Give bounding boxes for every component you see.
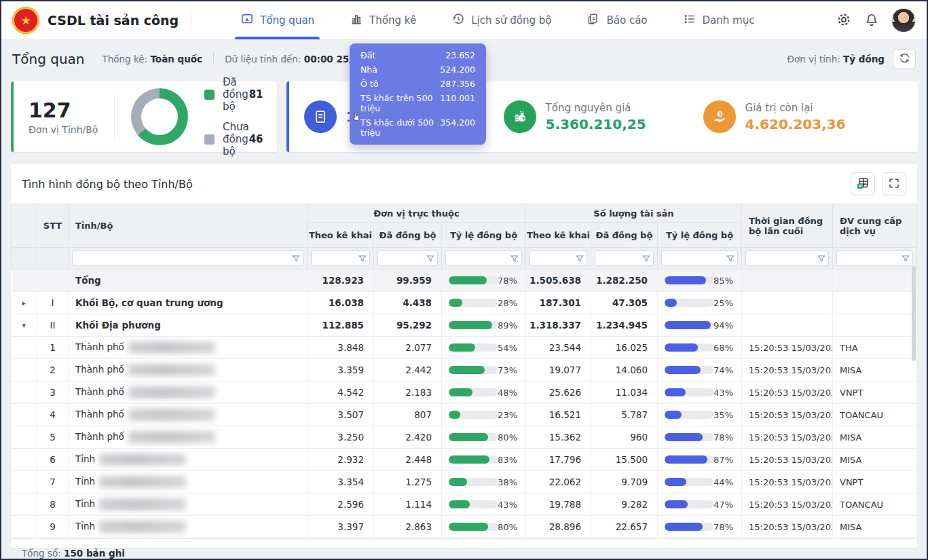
filter-funnel-icon [575,254,584,263]
row-stt: 9 [37,516,69,538]
unit-declared: 128.923 [308,269,374,292]
expand-toggle[interactable]: ▾ [12,314,37,337]
unit-rate-fill [449,299,462,307]
tab-label: Lịch sử đồng bộ [471,14,551,26]
bar-chart-icon [350,12,363,29]
fullscreen-button[interactable] [882,172,906,195]
unit-rate-bar [449,276,498,284]
filter-cell-empty [12,248,37,269]
table-title: Tình hình đồng bộ theo Tỉnh/Bộ [22,178,193,191]
masked-province-name [128,386,215,398]
original-cost-label: Tổng nguyên giá [546,102,646,114]
unit-rate-bar [449,455,498,464]
filter-input-unit-synced[interactable] [378,251,426,265]
unit-rate-label: 89% [498,320,517,331]
tab-bao-cao[interactable]: Báo cáo [587,1,647,39]
unit-rate-label: 78% [498,276,517,286]
expand-toggle[interactable]: ▸ [12,292,37,314]
asset-rate-label: 87% [713,455,733,465]
unit-declared: 3.250 [308,426,374,449]
filter-input-asset-rate[interactable] [662,251,726,265]
asset-rate-label: 43% [713,388,733,398]
filter-input-unit-declared[interactable] [312,251,358,265]
table-row: 8 Tỉnh 2.596 1.114 43% 19.788 9.282 47% … [12,493,917,516]
svg-text:X: X [859,184,862,188]
unit-rate-bar [449,500,498,508]
notifications-button[interactable] [864,12,879,29]
unit-rate-cell: 48% [442,388,525,398]
unit-rate-fill [449,276,487,284]
asset-rate-fill [665,276,706,284]
tab-label: Báo cáo [606,14,647,26]
asset-rate-fill [665,523,703,531]
unit-rate-fill [449,343,475,352]
asset-rate-label: 25% [713,298,733,308]
vertical-scrollbar[interactable] [912,266,916,361]
unit-declared: 3.848 [308,337,374,359]
row-stt: 2 [37,359,69,381]
unit-declared: 3.397 [308,516,374,538]
unit-synced: 2.448 [374,449,442,471]
tab-lich-su-dong-bo[interactable]: Lịch sử đồng bộ [451,1,551,39]
asset-synced: 5.787 [591,404,658,426]
provider: VNPT [833,381,917,404]
expand-toggle [12,493,37,516]
tooltip-row: TS khác dưới 500 triệu354.200 [350,115,486,140]
asset-rate-label: 78% [713,522,733,532]
refresh-button[interactable] [893,49,916,69]
filter-funnel-icon [358,254,367,263]
unit-rate-cell: 89% [442,320,525,331]
provider: MISA [833,516,917,538]
avatar [891,8,916,33]
legend-unsynced: Chưa đồng bộ 46 [204,121,263,157]
sync-status-table-card: Tình hình đồng bộ theo Tỉnh/Bộ X [11,164,917,548]
provider: MISA [833,426,917,449]
unit-rate-fill [449,366,485,374]
table-row: 6 Tỉnh 2.932 2.448 83% 17.796 15.500 87%… [12,449,917,471]
last-sync [742,314,833,337]
history-icon [451,12,465,29]
unit-rate-label: 43% [498,500,517,510]
asset-synced: 22.657 [591,516,658,538]
unit-rate-cell: 23% [442,410,525,420]
filter-funnel-icon [510,254,519,263]
tab-tong-quan[interactable]: Tổng quan [240,1,314,39]
legend-swatch-gray [204,134,215,145]
last-sync: 15:20:53 15/03/2024 [742,471,833,493]
unit-rate-label: 38% [498,477,517,487]
tab-label: Danh mục [703,14,755,26]
export-excel-button[interactable]: X [851,172,875,195]
residual-value-section: $ Giá trị còn lại 4.620.203,36 [703,100,903,133]
svg-text:$: $ [718,111,722,117]
settings-button[interactable] [836,12,852,30]
filter-box [595,250,654,266]
tooltip-row: TS khác trên 500 triệu110.001 [350,91,486,115]
unit-rate-bar [449,411,498,419]
unit-synced: 99.959 [374,269,442,292]
filter-input-asset-synced[interactable] [595,251,642,265]
page-title: Tổng quan [12,51,84,67]
filter-input-province[interactable] [73,251,291,265]
unit-rate-label: 73% [498,365,517,375]
unit-rate-cell: 80% [442,432,525,443]
filter-input-asset-declared[interactable] [530,251,575,265]
user-avatar[interactable] [891,8,916,33]
app-window: ★ CSDL tài sản công Tổng quan Thống kê L… [0,0,928,560]
asset-rate-cell: 35% [658,410,741,420]
row-stt: II [37,314,69,337]
tab-danh-muc[interactable]: Danh mục [683,1,755,39]
asset-synced: 1.234.945 [591,314,658,337]
top-actions [836,8,916,33]
filter-funnel-icon [901,254,910,263]
province-name: Tỉnh [75,498,95,509]
tab-thong-ke[interactable]: Thống kê [350,1,416,39]
asset-synced: 11.034 [591,381,658,404]
asset-declared: 17.796 [526,449,591,471]
unit-declared: 3.507 [308,404,374,426]
filter-input-last-sync[interactable] [746,251,817,265]
asset-rate-label: 85% [713,276,733,286]
province-name: Thành phố [75,431,124,442]
filter-input-unit-rate[interactable] [446,251,510,265]
asset-rate-fill [665,478,686,486]
filter-input-provider[interactable] [837,251,901,265]
